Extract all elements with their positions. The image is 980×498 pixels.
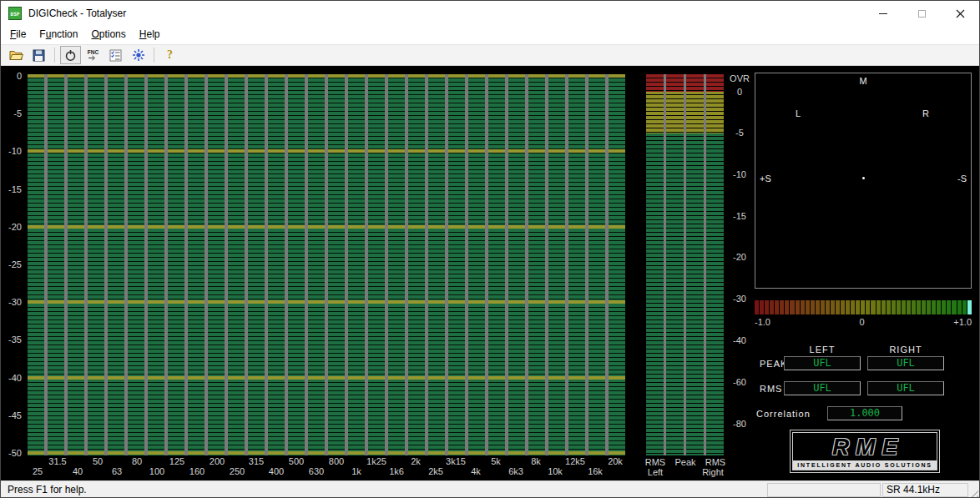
freq-label: 5k bbox=[477, 456, 514, 466]
freq-label: 20k bbox=[597, 456, 634, 466]
meter-scale-label: -10 bbox=[725, 169, 754, 180]
status-bar: Press F1 for help. SR 44.1kHz bbox=[1, 480, 979, 498]
freq-label: 4k bbox=[457, 466, 494, 476]
correlation-segment bbox=[962, 300, 967, 314]
save-button[interactable] bbox=[28, 46, 49, 64]
client-area: 0-5-10-15-20-25-30-35-40-45-50 2531.5405… bbox=[1, 66, 979, 480]
meter-peak-left bbox=[666, 74, 684, 455]
spectrum-band-200 bbox=[208, 74, 225, 455]
spectrum-band-8k bbox=[528, 74, 545, 455]
meter-scale-label: -60 bbox=[725, 377, 754, 388]
app-window: DSP DIGICheck - Totalyser FileFunctionOp… bbox=[0, 0, 980, 498]
help-button[interactable]: ? bbox=[159, 46, 180, 64]
correlation-segment bbox=[831, 300, 835, 314]
correlation-segment bbox=[876, 300, 881, 314]
correlation-segment bbox=[775, 300, 779, 314]
correlation-segment bbox=[846, 300, 850, 314]
correlation-segment bbox=[902, 300, 906, 314]
spectrum-band-16k bbox=[589, 74, 605, 455]
menu-help[interactable]: Help bbox=[133, 26, 167, 44]
freq-label: 63 bbox=[99, 466, 135, 476]
meter-caption-right: Right bbox=[694, 467, 732, 477]
correlation-segment bbox=[811, 300, 815, 314]
correlation-segment bbox=[765, 300, 769, 314]
correlation-segment bbox=[942, 300, 946, 314]
minimize-button[interactable] bbox=[864, 1, 902, 26]
freq-label: 50 bbox=[79, 456, 116, 466]
spectrum-band-40 bbox=[68, 74, 84, 455]
app-icon-label: DSP bbox=[11, 11, 20, 17]
meter-scale-label: -20 bbox=[725, 252, 754, 263]
help-icon: ? bbox=[167, 48, 173, 62]
power-toggle-button[interactable] bbox=[60, 46, 81, 64]
spectrum-band-80 bbox=[128, 74, 144, 455]
correlation-label: Correlation bbox=[756, 409, 811, 419]
close-button[interactable] bbox=[941, 1, 979, 26]
window-title: DIGICheck - Totalyser bbox=[28, 8, 126, 19]
freq-label: 6k3 bbox=[498, 466, 534, 476]
goniometer-display: M L R +S -S bbox=[755, 73, 972, 289]
fnc-icon-label: FNC bbox=[88, 49, 99, 55]
correlation-segment bbox=[907, 300, 911, 314]
title-bar: DSP DIGICheck - Totalyser bbox=[1, 1, 979, 26]
app-icon: DSP bbox=[8, 7, 22, 20]
spectrum-band-50 bbox=[88, 74, 104, 455]
menu-function[interactable]: Function bbox=[33, 26, 84, 44]
rme-logo: RME INTELLIGENT AUDIO SOLUTIONS bbox=[790, 430, 940, 473]
freq-label: 3k15 bbox=[437, 456, 474, 466]
freq-label: 1k25 bbox=[358, 456, 395, 466]
resize-grip[interactable] bbox=[967, 487, 978, 498]
spectrum-band-10k bbox=[548, 74, 565, 455]
menu-file[interactable]: File bbox=[3, 26, 33, 44]
correlation-segment bbox=[821, 300, 825, 314]
freq-label: 315 bbox=[238, 456, 275, 466]
open-button[interactable] bbox=[6, 46, 27, 64]
spectrum-band-12k5 bbox=[568, 74, 585, 455]
global-settings-button[interactable] bbox=[128, 46, 149, 64]
spectrum-band-500 bbox=[288, 74, 305, 455]
correlation-scale-min: -1.0 bbox=[755, 317, 770, 327]
correlation-segment bbox=[790, 300, 794, 314]
db-scale-label: -45 bbox=[1, 410, 22, 421]
power-icon bbox=[64, 49, 77, 62]
correlation-segment bbox=[826, 300, 830, 314]
spectrum-band-3k15 bbox=[448, 74, 465, 455]
freq-label: 400 bbox=[258, 466, 295, 476]
gonio-label-mid: M bbox=[755, 76, 971, 86]
maximize-icon bbox=[918, 10, 926, 18]
freq-label: 40 bbox=[59, 466, 96, 476]
gonio-center-dot bbox=[862, 177, 865, 179]
spectrum-band-20k bbox=[609, 74, 625, 455]
status-sample-rate: SR 44.1kHz bbox=[882, 483, 968, 497]
function-select-button[interactable]: FNC bbox=[83, 46, 104, 64]
correlation-segment bbox=[937, 300, 941, 314]
correlation-segment bbox=[770, 300, 774, 314]
correlation-segment bbox=[887, 300, 891, 314]
correlation-segment bbox=[851, 300, 855, 314]
freq-label: 8k bbox=[518, 456, 554, 466]
meter-rms-left bbox=[646, 74, 664, 455]
spectrum-frequency-labels: 2531.54050638010012516020025031540050063… bbox=[1, 456, 648, 478]
spectrum-band-125 bbox=[168, 74, 184, 455]
db-scale-label: -35 bbox=[1, 335, 22, 345]
freq-label: 100 bbox=[139, 466, 175, 476]
meter-scale-label: 0 bbox=[725, 87, 754, 98]
gonio-label-right: R bbox=[922, 108, 929, 118]
correlation-segment bbox=[856, 300, 860, 314]
correlation-segment bbox=[897, 300, 901, 314]
maximize-button[interactable] bbox=[902, 1, 941, 26]
correlation-meter bbox=[755, 300, 972, 314]
spectrum-db-scale: 0-5-10-15-20-25-30-35-40-45-50 bbox=[1, 66, 23, 466]
correlation-segment bbox=[957, 300, 962, 314]
gonio-label-minus-s: -S bbox=[957, 174, 967, 184]
spectrum-band-630 bbox=[308, 74, 325, 455]
correlation-segment bbox=[760, 300, 764, 314]
menu-options[interactable]: Options bbox=[84, 26, 132, 44]
freq-label: 2k bbox=[397, 456, 434, 466]
freq-label: 80 bbox=[119, 456, 155, 466]
correlation-scale: -1.0 0 +1.0 bbox=[755, 317, 972, 327]
hardware-settings-button[interactable] bbox=[105, 46, 126, 64]
spectrum-band-31.5 bbox=[48, 74, 64, 455]
freq-label: 630 bbox=[298, 466, 335, 476]
correlation-segment bbox=[780, 300, 784, 314]
